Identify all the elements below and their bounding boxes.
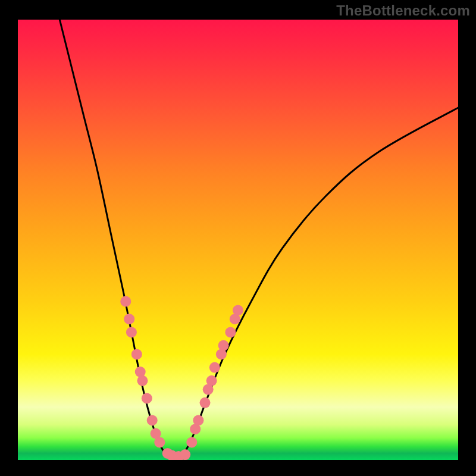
curve-right (176, 108, 458, 458)
marker-right (233, 305, 243, 315)
plot-area (18, 20, 458, 460)
curve-left (60, 20, 176, 458)
marker-left (131, 349, 142, 359)
marker-right (193, 415, 203, 425)
marker-left (124, 314, 134, 324)
marker-left (126, 327, 137, 337)
marker-left (154, 437, 165, 447)
marker-left (142, 393, 152, 403)
marker-left (180, 449, 190, 460)
marker-right (186, 437, 197, 447)
marker-right (218, 340, 229, 351)
chart-svg (18, 20, 458, 460)
marker-right (200, 397, 211, 408)
attribution-text: TheBottleneck.com (336, 2, 470, 19)
marker-right (206, 375, 217, 386)
marker-left (120, 296, 131, 307)
chart-frame: TheBottleneck.com (0, 0, 476, 476)
marker-left (137, 375, 148, 386)
marker-right (225, 327, 236, 337)
marker-right (209, 362, 220, 373)
marker-left (147, 415, 158, 425)
